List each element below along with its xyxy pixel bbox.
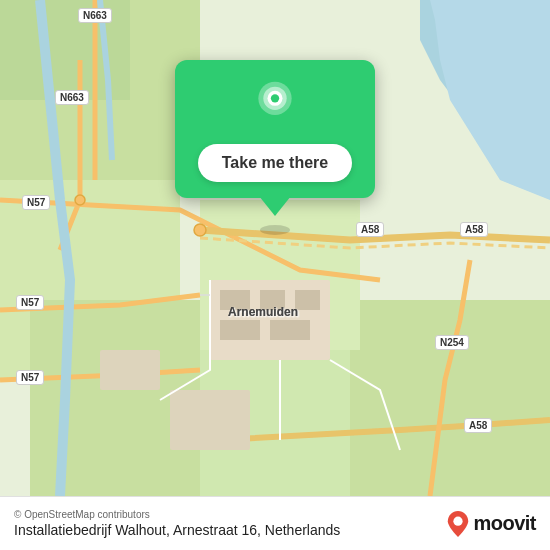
svg-point-22 xyxy=(271,94,279,102)
svg-point-23 xyxy=(454,516,463,525)
moovit-logo[interactable]: moovit xyxy=(447,511,536,537)
osm-attribution: © OpenStreetMap contributors xyxy=(14,509,340,520)
info-bar: © OpenStreetMap contributors Installatie… xyxy=(0,496,550,550)
road-label-a58-far-right: A58 xyxy=(460,222,488,237)
road-label-n57-left: N57 xyxy=(22,195,50,210)
road-label-n254: N254 xyxy=(435,335,469,350)
svg-rect-11 xyxy=(295,290,320,310)
road-label-a58-bottom: A58 xyxy=(464,418,492,433)
take-me-there-button[interactable]: Take me there xyxy=(198,144,352,182)
svg-rect-15 xyxy=(100,350,160,390)
road-label-n663-mid: N663 xyxy=(55,90,89,105)
svg-rect-12 xyxy=(220,320,260,340)
svg-rect-14 xyxy=(170,390,250,450)
svg-point-17 xyxy=(75,195,85,205)
svg-rect-5 xyxy=(350,300,550,496)
map-container: N663 N663 N57 N57 N57 A58 A58 A58 N254 A… xyxy=(0,0,550,496)
location-marker-icon xyxy=(250,80,300,130)
svg-point-18 xyxy=(260,225,290,235)
moovit-pin-icon xyxy=(447,511,469,537)
svg-point-16 xyxy=(194,224,206,236)
road-label-n57-mid: N57 xyxy=(16,295,44,310)
svg-rect-13 xyxy=(270,320,310,340)
road-label-n57-bot: N57 xyxy=(16,370,44,385)
moovit-brand-text: moovit xyxy=(473,512,536,535)
popup-card: Take me there xyxy=(175,60,375,198)
place-name: Installatiebedrijf Walhout, Arnestraat 1… xyxy=(14,522,340,538)
arnemuiden-label: Arnemuiden xyxy=(228,305,298,319)
road-label-n663-top: N663 xyxy=(78,8,112,23)
info-left: © OpenStreetMap contributors Installatie… xyxy=(14,509,340,538)
road-label-a58-top-right: A58 xyxy=(356,222,384,237)
